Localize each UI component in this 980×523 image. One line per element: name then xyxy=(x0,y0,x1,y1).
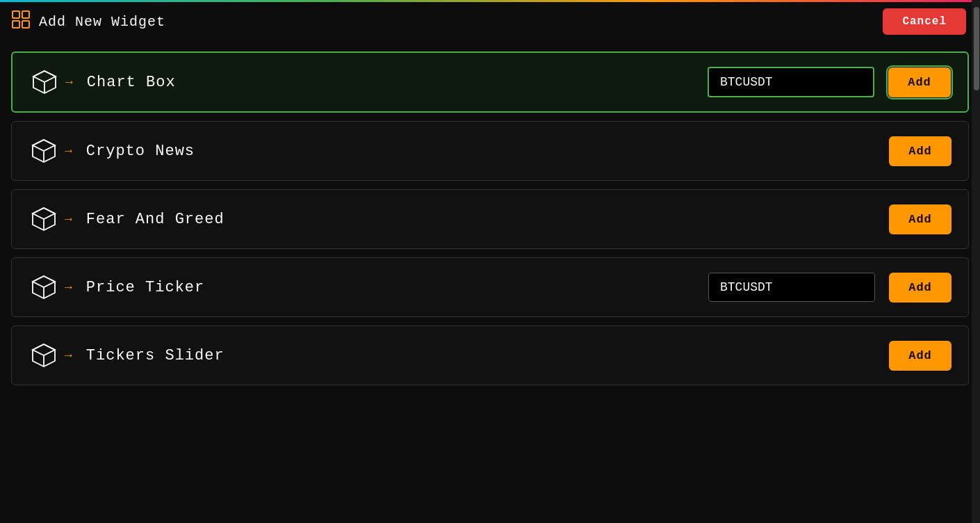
add-button-chart-box[interactable]: Add xyxy=(888,67,951,97)
svg-rect-1 xyxy=(22,11,29,18)
scrollbar-track[interactable] xyxy=(972,0,980,523)
modal-container: Add New Widget Cancel →Chart BoxAdd →Cry… xyxy=(0,0,980,523)
svg-marker-10 xyxy=(33,140,55,151)
svg-marker-20 xyxy=(33,276,55,287)
add-button-price-ticker[interactable]: Add xyxy=(889,273,952,303)
svg-rect-3 xyxy=(22,21,29,28)
widget-input-price-ticker[interactable] xyxy=(708,273,875,302)
arrow-icon-price-ticker: → xyxy=(65,280,72,294)
widget-row-chart-box: →Chart BoxAdd xyxy=(11,51,969,113)
svg-rect-0 xyxy=(13,11,19,18)
cube-icon-tickers-slider xyxy=(28,340,59,371)
cube-icon-price-ticker xyxy=(28,272,59,303)
svg-marker-25 xyxy=(33,344,55,355)
widget-icon-group-crypto-news: → xyxy=(28,136,72,166)
cancel-button[interactable]: Cancel xyxy=(883,8,966,35)
cube-icon-crypto-news xyxy=(28,136,59,166)
modal-header: Add New Widget Cancel xyxy=(0,0,980,43)
widget-row-tickers-slider: →Tickers SliderAdd xyxy=(11,325,969,385)
add-button-tickers-slider[interactable]: Add xyxy=(889,341,952,371)
add-button-crypto-news[interactable]: Add xyxy=(889,136,952,166)
widget-input-chart-box[interactable] xyxy=(708,67,874,97)
widget-list: →Chart BoxAdd →Crypto NewsAdd →Fear And … xyxy=(0,43,980,523)
cube-icon-fear-and-greed xyxy=(28,204,59,234)
cube-icon-chart-box xyxy=(29,67,60,97)
widget-name-price-ticker: Price Ticker xyxy=(86,279,694,296)
widget-row-crypto-news: →Crypto NewsAdd xyxy=(11,121,969,181)
modal-title: Add New Widget xyxy=(39,14,165,30)
widget-row-price-ticker: →Price TickerAdd xyxy=(11,257,969,317)
widget-icon-group-price-ticker: → xyxy=(28,272,72,303)
widget-row-fear-and-greed: →Fear And GreedAdd xyxy=(11,189,969,249)
add-button-fear-and-greed[interactable]: Add xyxy=(889,204,952,234)
arrow-icon-crypto-news: → xyxy=(65,144,72,158)
widget-icon-group-fear-and-greed: → xyxy=(28,204,72,234)
widget-icon-group-chart-box: → xyxy=(29,67,73,97)
arrow-icon-fear-and-greed: → xyxy=(65,212,72,226)
svg-marker-15 xyxy=(33,208,55,219)
svg-rect-2 xyxy=(13,21,19,28)
arrow-icon-tickers-slider: → xyxy=(65,348,72,362)
widget-name-fear-and-greed: Fear And Greed xyxy=(86,211,875,228)
widget-name-crypto-news: Crypto News xyxy=(86,143,875,160)
widget-name-tickers-slider: Tickers Slider xyxy=(86,347,875,364)
arrow-icon-chart-box: → xyxy=(65,75,73,89)
scrollbar-thumb[interactable] xyxy=(974,7,979,90)
widget-name-chart-box: Chart Box xyxy=(87,74,694,91)
header-widget-icon xyxy=(11,10,31,33)
header-left: Add New Widget xyxy=(11,10,165,33)
widget-icon-group-tickers-slider: → xyxy=(28,340,72,371)
svg-marker-5 xyxy=(33,71,56,82)
